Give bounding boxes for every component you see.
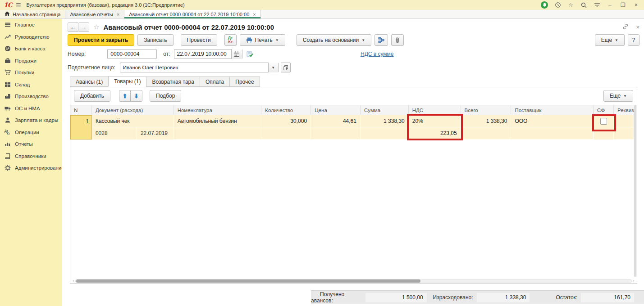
header-fields-row-2: Подотчетное лицо: Иванов Олег Петрович ▼: [68, 62, 639, 73]
back-button[interactable]: ←: [68, 22, 78, 32]
accountable-person-input[interactable]: Иванов Олег Петрович ▼: [120, 63, 279, 72]
sidebar-item-label: Покупки: [15, 70, 34, 75]
close-document-icon[interactable]: ×: [636, 24, 639, 31]
close-tab-icon[interactable]: ×: [117, 12, 119, 17]
scroll-right-icon[interactable]: ›: [632, 278, 635, 284]
vertical-scrollbar[interactable]: [634, 105, 637, 277]
grid-icon: [5, 81, 11, 88]
combo-dropdown-icon[interactable]: ▼: [268, 63, 278, 72]
col-header-quantity[interactable]: Количество: [261, 105, 311, 115]
search-icon[interactable]: [580, 2, 587, 9]
grid-more-button[interactable]: Еще ▼: [603, 90, 633, 102]
vat-in-amount-link[interactable]: НДС в сумме: [361, 51, 394, 57]
sidebar-item-salary-hr[interactable]: Зарплата и кадры: [0, 114, 62, 126]
cell-quantity[interactable]: 30,000: [261, 115, 311, 127]
sidebar-item-reports[interactable]: Отчеты: [0, 138, 62, 150]
more-button[interactable]: Еще ▼: [595, 34, 625, 46]
document-nav: ← → ☆ Авансовый отчет 0000-00004 от 22.0…: [68, 22, 639, 32]
cell-total[interactable]: 1 338,30: [461, 115, 511, 127]
cell-doc-date[interactable]: 22.07.2019: [137, 127, 171, 140]
sidebar-item-operations[interactable]: ДтКт Операции: [0, 126, 62, 139]
pick-button[interactable]: Подбор: [150, 90, 181, 102]
cell-price[interactable]: 44,61: [311, 115, 360, 127]
forward-button[interactable]: →: [78, 22, 89, 32]
tab-goods[interactable]: Товары (1): [108, 76, 146, 87]
sf-checkbox[interactable]: [600, 118, 607, 125]
open-item-icon[interactable]: [281, 63, 291, 72]
col-header-amount[interactable]: Сумма: [361, 105, 409, 115]
set-current-date-icon[interactable]: [247, 51, 253, 57]
col-header-document[interactable]: Документ (расхода): [92, 105, 174, 115]
sidebar-item-sales[interactable]: Продажи: [0, 55, 62, 67]
sidebar-item-fixed-assets[interactable]: ОС и НМА: [0, 103, 62, 115]
close-window-icon[interactable]: ×: [633, 2, 639, 9]
cell-vat-rate[interactable]: 20%: [409, 115, 461, 127]
tab-payment[interactable]: Оплата: [200, 76, 229, 87]
col-header-n[interactable]: N: [70, 105, 92, 115]
minimize-icon[interactable]: –: [607, 2, 613, 9]
col-header-vat[interactable]: НДС: [409, 105, 461, 115]
related-documents-button[interactable]: [375, 34, 388, 46]
cell-amount[interactable]: 1 338,30: [361, 115, 408, 127]
tab-advance-reports-list[interactable]: Авансовые отчеты ×: [65, 10, 124, 18]
sidebar-item-production[interactable]: Производство: [0, 90, 62, 103]
number-input[interactable]: 0000-00004: [107, 49, 157, 59]
sidebar-item-label: Склад: [15, 82, 30, 87]
dropdown-arrow-icon: ▼: [615, 38, 618, 42]
cell-nomenclature[interactable]: Автомобильный бензин: [174, 115, 261, 127]
cell-doc-type[interactable]: Кассовый чек: [92, 115, 174, 127]
move-row-down-button[interactable]: ⬇: [131, 90, 142, 102]
scroll-left-icon[interactable]: ‹: [72, 278, 75, 284]
notifications-icon[interactable]: [541, 1, 548, 9]
col-header-total[interactable]: Всего: [461, 105, 512, 115]
tab-home-page[interactable]: Начальная страница: [0, 10, 65, 18]
get-link-icon[interactable]: [622, 23, 629, 31]
tab-advances[interactable]: Авансы (1): [70, 76, 108, 87]
app-window: 1С ☰ Бухгалтерия предприятия (базовая), …: [0, 0, 644, 306]
table-row[interactable]: 1 Кассовый чек 0028 22.07.2019 Автомобил…: [70, 115, 637, 140]
sidebar-item-administration[interactable]: Администрирование: [0, 162, 62, 174]
save-button[interactable]: Записать: [137, 34, 173, 46]
add-row-button[interactable]: Добавить: [74, 90, 110, 102]
col-header-supplier[interactable]: Поставщик: [511, 105, 594, 115]
sidebar-item-bank-cash[interactable]: Банк и касса: [0, 43, 62, 55]
history-icon[interactable]: [554, 2, 561, 9]
print-button[interactable]: Печать ▼: [240, 34, 285, 46]
col-header-sf[interactable]: СФ: [594, 105, 614, 115]
tab-advance-report-document[interactable]: Авансовый отчет 0000-00004 от 22.07.2019…: [124, 10, 261, 18]
sidebar-item-main[interactable]: Главное: [0, 19, 62, 31]
service-menu-icon[interactable]: [594, 2, 600, 9]
favorite-star-icon[interactable]: ☆: [93, 23, 99, 31]
post-button[interactable]: Провести: [181, 34, 217, 46]
favorites-star-icon[interactable]: ☆: [567, 2, 574, 9]
sidebar-item-warehouse[interactable]: Склад: [0, 79, 62, 91]
sidebar-item-label: ОС и НМА: [15, 106, 40, 111]
date-input[interactable]: 22.07.2019 10:00:00: [174, 49, 242, 59]
calendar-icon[interactable]: [231, 49, 242, 59]
scrollbar-track[interactable]: [75, 279, 632, 283]
col-header-price[interactable]: Цена: [311, 105, 361, 115]
restore-icon[interactable]: ❐: [620, 2, 626, 9]
main-menu-icon[interactable]: ☰: [16, 2, 21, 9]
cell-supplier[interactable]: ООО: [511, 115, 593, 127]
move-row-up-button[interactable]: ⬆: [119, 90, 131, 102]
dropdown-arrow-icon: ▼: [623, 94, 627, 98]
cell-vat-amount[interactable]: 223,05: [409, 127, 461, 140]
sidebar-item-directories[interactable]: Справочники: [0, 150, 62, 162]
scrollbar-thumb[interactable]: [634, 105, 636, 277]
tab-returnable-packaging[interactable]: Возвратная тара: [146, 76, 200, 87]
tab-other[interactable]: Прочее: [229, 76, 260, 87]
attachments-button[interactable]: [391, 34, 404, 46]
sidebar-item-manager[interactable]: Руководителю: [0, 31, 62, 43]
sidebar-item-purchases[interactable]: Покупки: [0, 67, 62, 79]
col-header-nomenclature[interactable]: Номенклатура: [174, 105, 262, 115]
create-based-on-button[interactable]: Создать на основании ▼: [297, 34, 371, 46]
post-and-close-button[interactable]: Провести и закрыть: [68, 34, 134, 46]
close-tab-icon[interactable]: ×: [253, 12, 256, 17]
help-button[interactable]: ?: [628, 34, 639, 46]
show-postings-dtkt-button[interactable]: ДтКт: [224, 34, 237, 46]
scrollbar-thumb[interactable]: [76, 279, 420, 283]
grid-header-row: N Документ (расхода) Номенклатура Количе…: [70, 105, 637, 115]
cell-doc-number[interactable]: 0028: [92, 127, 137, 140]
horizontal-scrollbar[interactable]: ‹ ›: [72, 278, 635, 284]
